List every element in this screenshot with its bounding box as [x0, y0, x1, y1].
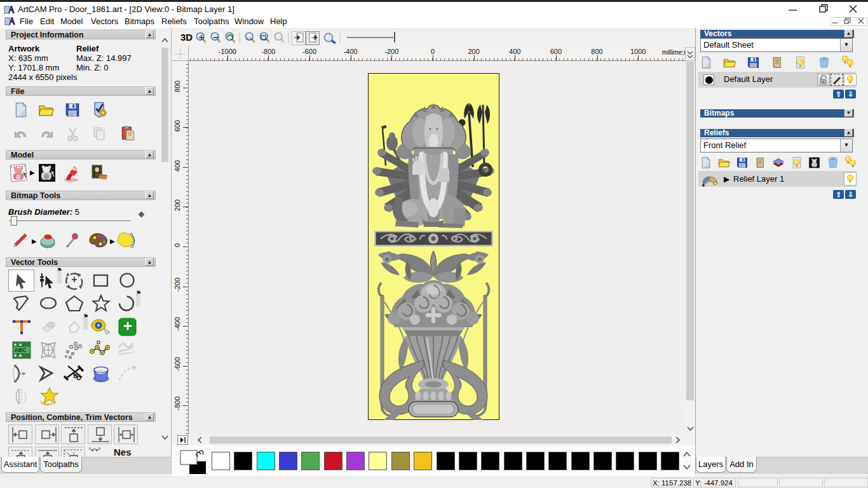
- svg-text:ABC: ABC: [14, 347, 27, 353]
- svg-text:1:1: 1:1: [247, 36, 252, 40]
